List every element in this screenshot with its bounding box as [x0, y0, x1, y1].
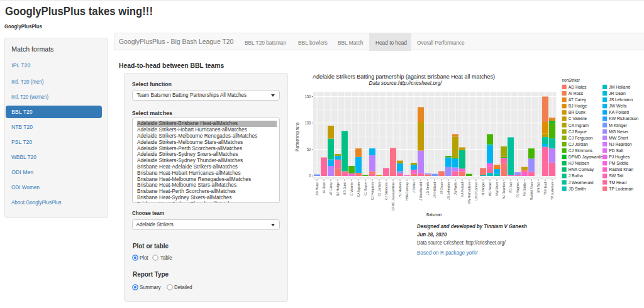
- svg-text:HJ Nielsen: HJ Nielsen: [398, 182, 402, 197]
- svg-text:Data source:http://cricsheet.o: Data source:http://cricsheet.org/: [369, 80, 442, 86]
- svg-text:CJ Jordan: CJ Jordan: [377, 182, 382, 197]
- svg-text:TP Ludeman: TP Ludeman: [609, 186, 633, 190]
- svg-text:MW Short: MW Short: [495, 182, 499, 196]
- svg-text:JM Holland: JM Holland: [433, 182, 437, 198]
- svg-text:BR Dunk: BR Dunk: [569, 110, 586, 114]
- svg-text:MG Neser: MG Neser: [488, 182, 492, 197]
- svg-text:DPMD Jayawardene: DPMD Jayawardene: [391, 182, 396, 211]
- svg-text:HNA Conway: HNA Conway: [569, 167, 594, 172]
- svg-text:AD Hales: AD Hales: [315, 182, 319, 195]
- svg-text:nonStriker: nonStriker: [562, 78, 580, 83]
- svg-text:M Klinger: M Klinger: [609, 123, 627, 128]
- svg-text:Rashid Khan: Rashid Khan: [530, 182, 534, 200]
- svg-text:JR Dean: JR Dean: [440, 182, 444, 194]
- svg-text:HNA Conway: HNA Conway: [405, 182, 409, 201]
- svg-text:Adelaide Strikers Batting part: Adelaide Strikers Batting partnership (a…: [313, 73, 495, 80]
- svg-text:MG Neser: MG Neser: [609, 129, 628, 133]
- svg-text:CA Ingram: CA Ingram: [569, 123, 589, 128]
- svg-text:CJ Ferguson: CJ Ferguson: [569, 136, 593, 141]
- svg-text:TM Head: TM Head: [543, 182, 548, 195]
- svg-text:AT Carey: AT Carey: [329, 182, 333, 195]
- svg-text:Rashid Khan: Rashid Khan: [609, 167, 633, 172]
- svg-text:JW Wells: JW Wells: [453, 182, 458, 195]
- svg-text:BR Dunk: BR Dunk: [343, 182, 347, 195]
- svg-text:50: 50: [307, 147, 311, 151]
- svg-text:JM Holland: JM Holland: [609, 85, 630, 89]
- svg-text:PJ Hughes: PJ Hughes: [516, 182, 520, 197]
- svg-text:TM Head: TM Head: [609, 180, 626, 184]
- svg-text:NJ Reardon: NJ Reardon: [502, 182, 506, 199]
- svg-text:AT Carey: AT Carey: [569, 97, 586, 102]
- svg-text:CJ Boyce: CJ Boyce: [364, 182, 368, 195]
- svg-text:Al Ross: Al Ross: [569, 91, 584, 96]
- svg-text:CJ Simmons: CJ Simmons: [384, 182, 389, 200]
- svg-text:JS Lehmann: JS Lehmann: [609, 97, 633, 102]
- svg-text:DPMD Jayawardene: DPMD Jayawardene: [569, 155, 608, 160]
- svg-text:PM Siddle: PM Siddle: [523, 182, 527, 197]
- svg-text:J Weatherald: J Weatherald: [419, 182, 423, 201]
- svg-text:LN O'Connor: LN O'Connor: [474, 182, 479, 201]
- svg-text:KA Pollard: KA Pollard: [609, 110, 629, 114]
- svg-text:SW Tait: SW Tait: [536, 182, 541, 193]
- svg-text:MW Short: MW Short: [609, 136, 628, 140]
- svg-text:M Klinger: M Klinger: [481, 182, 486, 195]
- svg-text:PD Salt: PD Salt: [609, 148, 623, 153]
- svg-text:JW Wells: JW Wells: [609, 104, 627, 108]
- svg-text:CJ Ferguson: CJ Ferguson: [370, 182, 375, 200]
- svg-text:AI Ross: AI Ross: [322, 182, 326, 194]
- svg-text:C Valente: C Valente: [569, 116, 587, 121]
- svg-text:J Botha: J Botha: [569, 173, 583, 178]
- svg-text:0: 0: [309, 173, 311, 178]
- svg-text:CJ Jordan: CJ Jordan: [569, 142, 588, 146]
- svg-text:PM Siddle: PM Siddle: [609, 161, 628, 165]
- svg-text:CA Ingram: CA Ingram: [357, 182, 361, 197]
- svg-text:CJ Boyce: CJ Boyce: [569, 129, 587, 134]
- svg-text:JR Dean: JR Dean: [609, 91, 625, 96]
- svg-text:CJ Simmons: CJ Simmons: [569, 148, 593, 153]
- svg-text:KA Pollard: KA Pollard: [460, 182, 465, 197]
- svg-text:100: 100: [305, 121, 311, 125]
- svg-text:JD Smith: JD Smith: [426, 182, 430, 195]
- svg-text:PJ Hughes: PJ Hughes: [609, 155, 630, 160]
- svg-text:J Botha: J Botha: [412, 182, 416, 193]
- svg-text:C Valente: C Valente: [350, 182, 354, 195]
- svg-text:150: 150: [305, 94, 311, 98]
- svg-text:TP Ludeman: TP Ludeman: [550, 182, 555, 200]
- svg-text:SW Tait: SW Tait: [609, 173, 623, 178]
- svg-text:J Weatherald: J Weatherald: [569, 180, 594, 184]
- svg-text:KW Richardson: KW Richardson: [467, 182, 472, 204]
- svg-text:BJ Hodge: BJ Hodge: [569, 104, 587, 109]
- svg-text:Partnership runs: Partnership runs: [294, 122, 300, 151]
- svg-text:PD Salt: PD Salt: [509, 182, 513, 193]
- svg-text:HJ Nielsen: HJ Nielsen: [569, 161, 589, 165]
- svg-text:JD Smith: JD Smith: [569, 186, 586, 190]
- svg-text:KW Richardson: KW Richardson: [609, 116, 638, 121]
- svg-text:JS Lehmann: JS Lehmann: [447, 182, 451, 200]
- svg-text:NJ Reardon: NJ Reardon: [609, 142, 631, 146]
- svg-text:BJ Hodge: BJ Hodge: [336, 182, 340, 196]
- svg-text:AD Hales: AD Hales: [569, 85, 587, 89]
